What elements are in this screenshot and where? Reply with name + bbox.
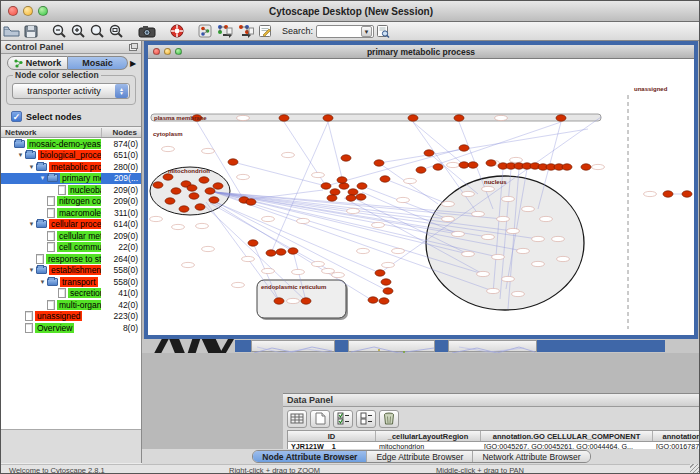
zoom-selected-icon[interactable]: [90, 23, 105, 40]
unselect-all-attributes-icon[interactable]: [356, 410, 376, 428]
network-node[interactable]: [266, 250, 276, 256]
tree-row[interactable]: cell communicat22(0): [1, 242, 141, 254]
network-node[interactable]: [199, 177, 209, 183]
network-node[interactable]: [187, 185, 197, 191]
background-window-fragment[interactable]: [348, 340, 435, 352]
network-canvas[interactable]: plasma membranecytoplasmmitochondrionnuc…: [148, 59, 694, 335]
tab-node-attribute-browser[interactable]: Node Attribute Browser: [253, 451, 366, 462]
tree-row[interactable]: unassigned223(0): [1, 311, 141, 323]
annotation-icon[interactable]: [258, 23, 272, 40]
network-node[interactable]: [408, 115, 418, 121]
network-node[interactable]: [346, 195, 356, 201]
table-column-header[interactable]: ID: [288, 431, 376, 441]
background-window-frame[interactable]: [235, 340, 251, 352]
network-node[interactable]: [348, 189, 358, 195]
network-column-header[interactable]: Network: [1, 128, 101, 137]
network-view-window[interactable]: primary metabolic process plasma membran…: [144, 41, 698, 339]
network-node[interactable]: [486, 160, 496, 166]
tree-row[interactable]: ▼transport558(0): [1, 276, 141, 288]
network-node[interactable]: [274, 298, 284, 304]
plasma-membrane-region[interactable]: [151, 114, 601, 121]
tree-row[interactable]: ▼metabolic process280(0): [1, 161, 141, 173]
network-node[interactable]: [171, 188, 181, 194]
nodes-column-header[interactable]: Nodes: [101, 128, 141, 137]
network-node[interactable]: [248, 240, 258, 246]
select-nodes-checkbox[interactable]: ✓: [11, 111, 22, 122]
search-input[interactable]: ▼: [316, 25, 374, 38]
tab-mosaic[interactable]: Mosaic: [68, 56, 128, 70]
tree-row[interactable]: cellular metabo209(0): [1, 230, 141, 242]
network-edge[interactable]: [328, 122, 344, 186]
network-node[interactable]: [163, 174, 173, 180]
network-node[interactable]: [195, 204, 205, 210]
network-node[interactable]: [153, 182, 163, 188]
open-session-icon[interactable]: [3, 23, 20, 40]
network-node[interactable]: [276, 249, 286, 255]
network-node[interactable]: [581, 164, 591, 170]
import-network-icon[interactable]: [216, 23, 233, 40]
network-node[interactable]: [374, 160, 384, 166]
network-node[interactable]: [301, 298, 311, 304]
network-node[interactable]: [356, 194, 366, 200]
network-node[interactable]: [379, 298, 389, 304]
network-node[interactable]: [380, 176, 390, 182]
create-attribute-icon[interactable]: [310, 410, 330, 428]
expand-arrow-icon[interactable]: ▼: [38, 279, 47, 285]
tree-row[interactable]: nucleobase-209(0): [1, 184, 141, 196]
expand-arrow-icon[interactable]: ▼: [27, 164, 36, 170]
network-node[interactable]: [228, 159, 238, 165]
network-view-titlebar[interactable]: primary metabolic process: [148, 45, 694, 59]
search-field[interactable]: [317, 27, 361, 36]
network-node[interactable]: [179, 206, 189, 212]
network-node[interactable]: [424, 150, 434, 156]
tab-overflow-icon[interactable]: ▶: [128, 59, 138, 68]
delete-attribute-icon[interactable]: [379, 410, 399, 428]
expand-arrow-icon[interactable]: ▼: [27, 267, 36, 273]
network-node[interactable]: [341, 155, 351, 161]
tree-row[interactable]: macromolecule311(0): [1, 207, 141, 219]
save-session-icon[interactable]: [24, 23, 38, 40]
network-node[interactable]: [454, 115, 464, 121]
attribute-table-header[interactable]: ID_cellularLayoutRegionannotation.GO CEL…: [288, 431, 700, 442]
network-node[interactable]: [209, 197, 219, 203]
tree-row[interactable]: response to stimulu264(0): [1, 253, 141, 265]
network-node[interactable]: [327, 195, 337, 201]
network-node[interactable]: [165, 198, 175, 204]
background-window-frame[interactable]: [335, 340, 348, 352]
tab-network-attribute-browser[interactable]: Network Attribute Browser: [472, 451, 589, 462]
background-window-fragment[interactable]: [448, 340, 537, 352]
zoom-fit-icon[interactable]: [109, 23, 124, 40]
advanced-search-icon[interactable]: [376, 23, 390, 40]
network-node[interactable]: [337, 177, 347, 183]
zoom-out-icon[interactable]: [52, 23, 67, 40]
network-node[interactable]: [246, 199, 256, 205]
network-node[interactable]: [381, 279, 391, 285]
network-node[interactable]: [383, 288, 393, 294]
background-window-frame[interactable]: [537, 340, 665, 352]
network-node[interactable]: [468, 162, 478, 168]
tree-row[interactable]: ▼biological_process651(0): [1, 150, 141, 162]
network-node[interactable]: [416, 167, 426, 173]
float-panel-icon[interactable]: [129, 44, 137, 51]
tree-row[interactable]: secretion41(0): [1, 288, 141, 300]
network-node[interactable]: [279, 115, 289, 121]
tree-row[interactable]: nitrogen compo209(0): [1, 196, 141, 208]
network-node[interactable]: [682, 191, 692, 197]
resize-grip-icon[interactable]: [690, 464, 700, 474]
network-node[interactable]: [189, 193, 199, 199]
network-edge[interactable]: [385, 179, 448, 204]
tab-edge-attribute-browser[interactable]: Edge Attribute Browser: [366, 451, 472, 462]
snapshot-icon[interactable]: [138, 23, 156, 40]
background-window-frame[interactable]: [435, 340, 448, 352]
network-node[interactable]: [459, 162, 469, 168]
tree-row[interactable]: Overview8(0): [1, 322, 141, 334]
modify-attributes-icon[interactable]: [287, 410, 307, 428]
tree-row[interactable]: ▼primary metabo209(...: [1, 173, 141, 185]
network-node[interactable]: [339, 183, 349, 189]
network-node[interactable]: [663, 191, 673, 197]
tree-row[interactable]: mosaic-demo-yeast874(0): [1, 138, 141, 150]
search-dropdown-icon[interactable]: ▼: [361, 26, 372, 37]
network-node[interactable]: [433, 164, 443, 170]
expand-arrow-icon[interactable]: ▼: [16, 152, 25, 158]
network-node[interactable]: [562, 164, 572, 170]
